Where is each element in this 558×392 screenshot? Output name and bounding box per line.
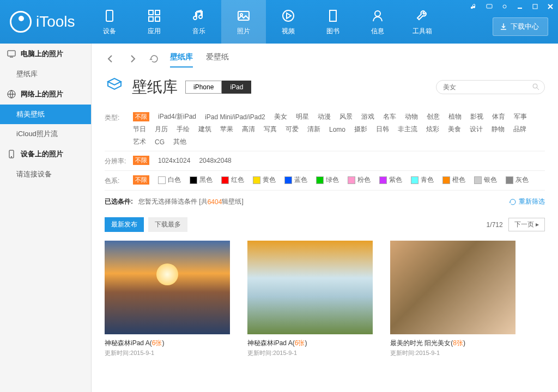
- download-center-button[interactable]: 下载中心: [493, 17, 548, 36]
- filter-type-option[interactable]: 设计: [470, 125, 483, 134]
- filter-type-option[interactable]: 明星: [296, 112, 309, 121]
- filter-unlimited[interactable]: 不限: [133, 175, 149, 185]
- filter-color-option[interactable]: 白色: [158, 175, 181, 185]
- filter-type-option[interactable]: 动物: [405, 112, 418, 121]
- nav-video[interactable]: 视频: [266, 0, 311, 44]
- filter-type-option[interactable]: 风景: [339, 112, 353, 121]
- next-page-button[interactable]: 下一页 ▸: [508, 218, 545, 231]
- filter-type-option[interactable]: 动漫: [318, 112, 331, 121]
- wallpaper-card[interactable]: 最美的时光 阳光美女(8张)更新时间:2015-9-1: [390, 241, 515, 357]
- nav-label: 工具箱: [413, 27, 432, 36]
- music-mini-icon[interactable]: [470, 2, 478, 11]
- filter-color-option[interactable]: 灰色: [506, 175, 529, 185]
- filter-type-option[interactable]: 美食: [448, 125, 461, 134]
- filter-type-option[interactable]: 可爱: [286, 125, 299, 134]
- filter-res-option[interactable]: 2048x2048: [199, 157, 231, 164]
- window-controls: [470, 2, 555, 11]
- wallpaper-date: 更新时间:2015-9-1: [105, 349, 230, 357]
- filter-type-option[interactable]: 摄影: [354, 125, 367, 134]
- close-icon[interactable]: [546, 2, 555, 11]
- filter-type-option[interactable]: 建筑: [198, 125, 211, 134]
- back-button[interactable]: [105, 53, 117, 65]
- filter-type-option[interactable]: 非主流: [398, 125, 417, 134]
- filter-type-option[interactable]: 艺术: [133, 137, 146, 146]
- filter-type-option[interactable]: 名车: [383, 112, 396, 121]
- filter-type-option[interactable]: CG: [155, 138, 165, 146]
- filter-color-option[interactable]: 紫色: [379, 175, 402, 185]
- device-icon: [102, 8, 117, 23]
- filter-type-option[interactable]: 品牌: [513, 125, 526, 134]
- wallpaper-thumb: [105, 241, 230, 334]
- svg-rect-3: [149, 17, 153, 21]
- nav-tools[interactable]: 工具箱: [400, 0, 445, 44]
- nav-device[interactable]: 设备: [87, 0, 132, 44]
- color-swatch: [253, 176, 260, 184]
- filter-color-option[interactable]: 银色: [474, 175, 497, 185]
- sort-most-downloaded[interactable]: 下载最多: [148, 217, 187, 232]
- search-icon[interactable]: [532, 83, 539, 93]
- filter-type-option[interactable]: 美女: [274, 112, 287, 121]
- sidebar-item[interactable]: 精美壁纸: [0, 105, 91, 124]
- reset-filter-button[interactable]: 重新筛选: [509, 197, 545, 206]
- filter-type-option[interactable]: iPad Mini/iPad/iPad2: [205, 113, 265, 121]
- filter-type-option[interactable]: 高清: [242, 125, 255, 134]
- device-option[interactable]: iPad: [222, 81, 251, 94]
- sort-newest[interactable]: 最新发布: [105, 217, 144, 232]
- search-input[interactable]: [436, 80, 545, 94]
- filter-color-option[interactable]: 青色: [411, 175, 434, 185]
- device-option[interactable]: iPhone: [185, 81, 222, 94]
- section-icon: [7, 89, 16, 99]
- nav-music[interactable]: 音乐: [177, 0, 221, 44]
- filter-type-option[interactable]: iPad4/新iPad: [158, 112, 196, 121]
- search-box: [436, 80, 545, 94]
- filter-type-option[interactable]: 植物: [448, 112, 462, 121]
- minimize-icon[interactable]: [515, 2, 524, 11]
- sidebar-item[interactable]: iCloud照片流: [0, 124, 91, 144]
- filter-color-option[interactable]: 橙色: [442, 175, 465, 185]
- nav-apps[interactable]: 应用: [132, 0, 177, 44]
- selected-label: 已选条件:: [105, 197, 133, 206]
- sidebar-item[interactable]: 请连接设备: [0, 164, 91, 184]
- content-tab[interactable]: 爱壁纸: [206, 50, 229, 68]
- filter-unlimited[interactable]: 不限: [133, 156, 149, 165]
- filter-type-option[interactable]: 炫彩: [426, 125, 439, 134]
- filter-type-option[interactable]: 创意: [427, 112, 440, 121]
- filter-color-option[interactable]: 黑色: [190, 175, 213, 185]
- filter-type-option[interactable]: 清新: [307, 125, 320, 134]
- filter-type-option[interactable]: 日韩: [376, 125, 389, 134]
- filter-type-option[interactable]: 游戏: [361, 112, 374, 121]
- filter-type-option[interactable]: 月历: [155, 125, 168, 134]
- wallpaper-card[interactable]: 神秘森林iPad A(6张)更新时间:2015-9-1: [105, 241, 230, 357]
- content-tab[interactable]: 壁纸库: [170, 50, 193, 68]
- filter-type-option[interactable]: 影视: [470, 112, 483, 121]
- sidebar-item[interactable]: 壁纸库: [0, 64, 91, 84]
- filter-type-option[interactable]: 体育: [492, 112, 505, 121]
- filter-type-option[interactable]: Lomo: [329, 126, 345, 133]
- nav-info[interactable]: 信息: [355, 0, 400, 44]
- filter-type-option[interactable]: 苹果: [220, 125, 233, 134]
- feedback-icon[interactable]: [485, 2, 494, 11]
- filter-res-option[interactable]: 1024x1024: [158, 157, 190, 164]
- refresh-button[interactable]: [148, 53, 160, 65]
- video-icon: [281, 8, 296, 23]
- filter-color-option[interactable]: 蓝色: [284, 175, 307, 185]
- filter-type-option[interactable]: 军事: [514, 112, 527, 121]
- music-icon: [191, 8, 207, 23]
- maximize-icon[interactable]: [531, 2, 539, 11]
- filter-unlimited[interactable]: 不限: [133, 112, 149, 121]
- filter-type-option[interactable]: 手绘: [177, 125, 190, 134]
- filter-type-option[interactable]: 写真: [264, 125, 277, 134]
- filter-type-option[interactable]: 静物: [492, 125, 505, 134]
- nav-book[interactable]: 图书: [311, 0, 355, 44]
- color-swatch: [442, 176, 450, 184]
- filter-color-option[interactable]: 粉色: [348, 175, 371, 185]
- forward-button[interactable]: [126, 53, 138, 65]
- nav-photo[interactable]: 照片: [221, 0, 266, 44]
- filter-type-option[interactable]: 其他: [173, 137, 186, 146]
- filter-type-option[interactable]: 节日: [133, 125, 146, 134]
- wallpaper-card[interactable]: 神秘森林iPad A(6张)更新时间:2015-9-1: [247, 241, 373, 357]
- filter-color-option[interactable]: 绿色: [316, 175, 339, 185]
- filter-color-option[interactable]: 黄色: [253, 175, 276, 185]
- filter-color-option[interactable]: 红色: [221, 175, 244, 185]
- settings-icon[interactable]: [500, 2, 509, 11]
